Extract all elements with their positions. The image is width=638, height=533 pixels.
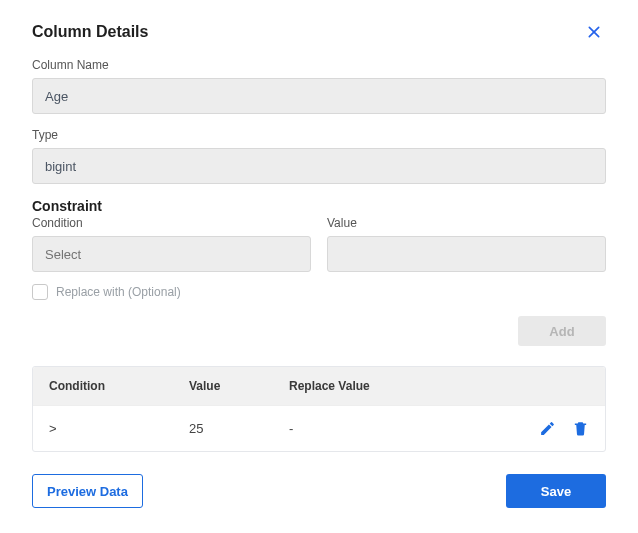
- replace-with-row: Replace with (Optional): [32, 284, 606, 300]
- condition-group: Condition: [32, 216, 311, 272]
- table-row: > 25 -: [33, 405, 605, 451]
- cell-value: 25: [189, 421, 289, 436]
- table-header: Condition Value Replace Value: [33, 367, 605, 405]
- edit-button[interactable]: [539, 420, 556, 437]
- header-value: Value: [189, 379, 289, 393]
- close-icon: [586, 24, 602, 40]
- dialog-title: Column Details: [32, 23, 148, 41]
- row-actions: [519, 420, 589, 437]
- preview-data-button[interactable]: Preview Data: [32, 474, 143, 508]
- replace-with-checkbox[interactable]: [32, 284, 48, 300]
- header-actions: [519, 379, 589, 393]
- type-input[interactable]: [32, 148, 606, 184]
- value-label: Value: [327, 216, 606, 230]
- constraints-table: Condition Value Replace Value > 25 -: [32, 366, 606, 452]
- save-button[interactable]: Save: [506, 474, 606, 508]
- column-name-group: Column Name: [32, 58, 606, 114]
- cell-replace-value: -: [289, 421, 519, 436]
- value-input[interactable]: [327, 236, 606, 272]
- constraint-title: Constraint: [32, 198, 606, 214]
- value-group: Value: [327, 216, 606, 272]
- pencil-icon: [539, 420, 556, 437]
- dialog-header: Column Details: [32, 20, 606, 44]
- add-button-row: Add: [32, 316, 606, 346]
- column-name-input[interactable]: [32, 78, 606, 114]
- column-name-label: Column Name: [32, 58, 606, 72]
- column-details-dialog: Column Details Column Name Type Constrai…: [0, 0, 638, 533]
- header-replace-value: Replace Value: [289, 379, 519, 393]
- delete-button[interactable]: [572, 420, 589, 437]
- cell-condition: >: [49, 421, 189, 436]
- type-group: Type: [32, 128, 606, 184]
- condition-label: Condition: [32, 216, 311, 230]
- condition-select[interactable]: [32, 236, 311, 272]
- add-button[interactable]: Add: [518, 316, 606, 346]
- close-button[interactable]: [582, 20, 606, 44]
- header-condition: Condition: [49, 379, 189, 393]
- replace-with-label: Replace with (Optional): [56, 285, 181, 299]
- type-label: Type: [32, 128, 606, 142]
- constraint-row: Condition Value: [32, 216, 606, 272]
- dialog-footer: Preview Data Save: [32, 474, 606, 508]
- trash-icon: [572, 420, 589, 437]
